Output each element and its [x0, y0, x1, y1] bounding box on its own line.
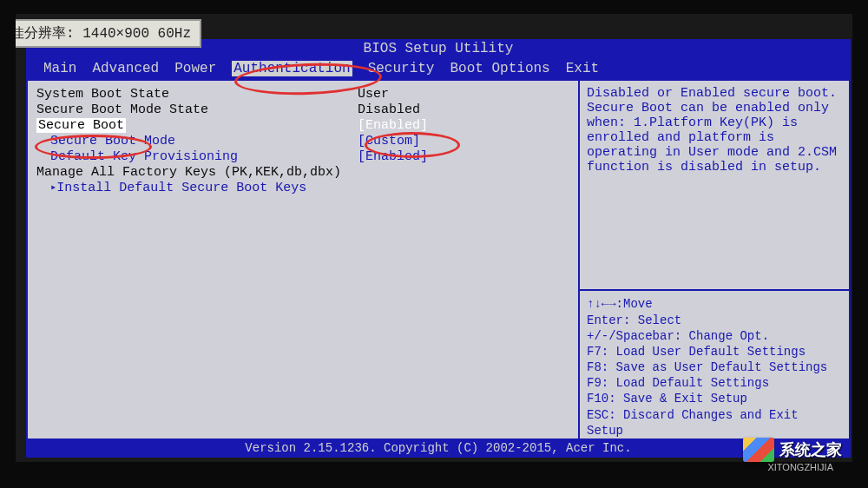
key-hint: F10: Save & Exit Setup: [587, 391, 842, 406]
key-hint: +/-/Spacebar: Change Opt.: [587, 328, 842, 344]
monitor-osd-resolution: 佳分辨率: 1440×900 60Hz: [0, 19, 201, 48]
setting-label: Secure Boot Mode: [50, 134, 358, 148]
key-help: ↑↓←→:Move Enter: Select +/-/Spacebar: Ch…: [580, 291, 849, 444]
setting-value: User: [358, 87, 389, 102]
bios-menu-bar: Main Advanced Power Authentication Secur…: [26, 58, 851, 79]
watermark-subtext: XITONGZHIJIA: [767, 462, 833, 472]
watermark: 系统之家: [743, 438, 842, 462]
setting-value: [Enabled]: [358, 118, 428, 133]
menu-exit[interactable]: Exit: [566, 61, 599, 76]
windows-logo-icon: [743, 438, 774, 462]
key-hint: F9: Load Default Settings: [587, 375, 842, 391]
menu-security[interactable]: Security: [368, 61, 435, 76]
help-pane: Disabled or Enabled secure boot.Secure B…: [580, 81, 849, 444]
menu-boot-options[interactable]: Boot Options: [450, 61, 549, 76]
setting-value: Disabled: [358, 102, 420, 117]
menu-power[interactable]: Power: [174, 61, 216, 76]
bios-footer: Version 2.15.1236. Copyright (C) 2002-20…: [26, 439, 851, 458]
setting-label: Secure Boot: [36, 118, 126, 133]
key-hint: F7: Load User Default Settings: [587, 344, 842, 359]
setting-secure-boot[interactable]: Secure Boot [Enabled]: [36, 118, 569, 133]
setting-label: Default Key Provisioning: [50, 149, 358, 164]
setting-label: System Boot State: [36, 87, 358, 102]
setting-secure-boot-mode-state: Secure Boot Mode State Disabled: [36, 102, 569, 117]
key-hint: ESC: Discard Changes and Exit Setup: [587, 407, 842, 439]
setting-system-boot-state: System Boot State User: [36, 87, 569, 102]
watermark-text: 系统之家: [779, 439, 842, 460]
setting-value: [Custom]: [358, 134, 420, 148]
key-hint: F8: Save as User Default Settings: [587, 359, 842, 375]
setting-manage-factory-keys[interactable]: Manage All Factory Keys (PK,KEK,db,dbx): [36, 165, 569, 180]
settings-pane: System Boot State User Secure Boot Mode …: [28, 81, 580, 444]
menu-advanced[interactable]: Advanced: [92, 61, 159, 76]
setting-value: [Enabled]: [358, 149, 428, 164]
menu-authentication[interactable]: Authentication: [232, 61, 352, 76]
bios-screen: BIOS Setup Utility Main Advanced Power A…: [26, 39, 851, 458]
key-hint: Enter: Select: [587, 313, 842, 328]
setting-label: Secure Boot Mode State: [36, 102, 358, 117]
setting-label: Install Default Secure Boot Keys: [56, 181, 306, 195]
menu-main[interactable]: Main: [43, 61, 76, 76]
setting-label: Manage All Factory Keys (PK,KEK,db,dbx): [36, 165, 341, 180]
setting-install-default-keys[interactable]: Install Default Secure Boot Keys: [36, 181, 569, 195]
setting-default-key-provisioning[interactable]: Default Key Provisioning [Enabled]: [36, 149, 569, 164]
help-text: Disabled or Enabled secure boot.Secure B…: [580, 81, 849, 291]
key-hint: ↑↓←→:Move: [587, 296, 842, 312]
setting-secure-boot-mode[interactable]: Secure Boot Mode [Custom]: [36, 134, 569, 148]
